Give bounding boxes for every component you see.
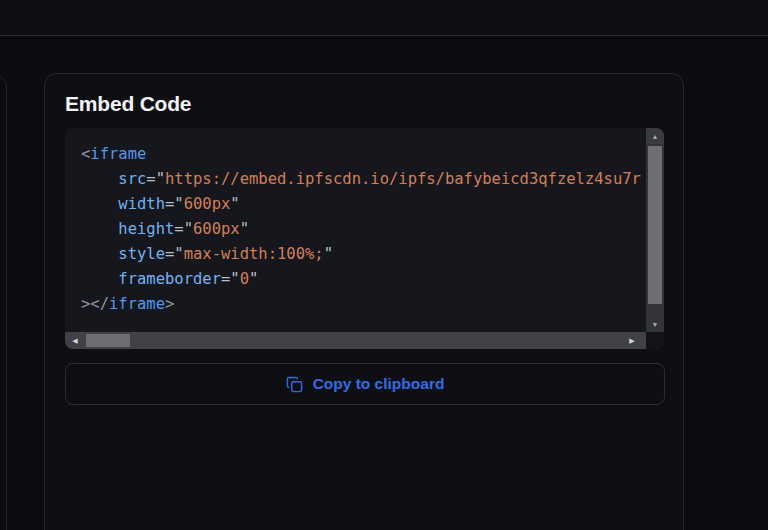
- code-line: width="600px": [81, 192, 646, 217]
- code-token: <: [81, 145, 90, 163]
- scrollbar-corner: [646, 332, 664, 349]
- code-token: 600px: [193, 220, 240, 238]
- code-token: width: [118, 195, 165, 213]
- copy-to-clipboard-button[interactable]: Copy to clipboard: [65, 363, 665, 405]
- code-token: iframe: [90, 145, 146, 163]
- code-token: iframe: [109, 295, 165, 313]
- copy-icon: [286, 376, 303, 393]
- scroll-left-icon[interactable]: ◀: [67, 332, 83, 349]
- code-indent: [81, 170, 118, 188]
- vertical-scrollbar-thumb[interactable]: [648, 146, 662, 304]
- code-indent: [81, 270, 118, 288]
- code-line: ></iframe>: [81, 292, 646, 317]
- code-token: https://embed.ipfscdn.io/ipfs/bafybeicd3…: [165, 170, 641, 188]
- adjacent-panel-edge: [0, 75, 7, 530]
- code-token: =": [221, 270, 240, 288]
- embed-code-block[interactable]: <iframe src="https://embed.ipfscdn.io/ip…: [65, 128, 664, 349]
- horizontal-scrollbar[interactable]: ◀ ▶: [65, 332, 664, 349]
- scroll-right-icon[interactable]: ▶: [624, 332, 640, 349]
- code-token: ": [230, 195, 239, 213]
- copy-button-label: Copy to clipboard: [313, 375, 445, 393]
- code-line: style="max-width:100%;": [81, 242, 646, 267]
- code-token: ": [324, 245, 333, 263]
- code-indent: [81, 195, 118, 213]
- screen: Embed Code <iframe src="https://embed.ip…: [0, 0, 768, 530]
- code-token: 600px: [184, 195, 231, 213]
- embed-code-panel: Embed Code <iframe src="https://embed.ip…: [44, 73, 684, 530]
- scroll-up-icon[interactable]: ▲: [646, 128, 664, 144]
- code-token: max-width:100%;: [184, 245, 324, 263]
- code-token: height: [118, 220, 174, 238]
- code-token: src: [118, 170, 146, 188]
- code-line: <iframe: [81, 142, 646, 167]
- code-token: >: [165, 295, 174, 313]
- code-token: =": [174, 220, 193, 238]
- panel-title: Embed Code: [65, 92, 191, 116]
- code-indent: [81, 245, 118, 263]
- code-content: <iframe src="https://embed.ipfscdn.io/ip…: [65, 128, 646, 332]
- code-token: ></: [81, 295, 109, 313]
- code-token: =": [165, 245, 184, 263]
- top-header-bar: [0, 0, 768, 36]
- code-token: frameborder: [118, 270, 221, 288]
- code-token: ": [249, 270, 258, 288]
- code-token: style: [118, 245, 165, 263]
- scroll-down-icon[interactable]: ▼: [646, 316, 664, 332]
- code-line: height="600px": [81, 217, 646, 242]
- code-indent: [81, 220, 118, 238]
- code-line: frameborder="0": [81, 267, 646, 292]
- code-token: 0: [240, 270, 249, 288]
- code-line: src="https://embed.ipfscdn.io/ipfs/bafyb…: [81, 167, 646, 192]
- vertical-scrollbar[interactable]: ▲ ▼: [646, 128, 664, 332]
- code-token: =": [146, 170, 165, 188]
- code-token: ": [240, 220, 249, 238]
- code-token: =": [165, 195, 184, 213]
- horizontal-scrollbar-thumb[interactable]: [86, 334, 130, 347]
